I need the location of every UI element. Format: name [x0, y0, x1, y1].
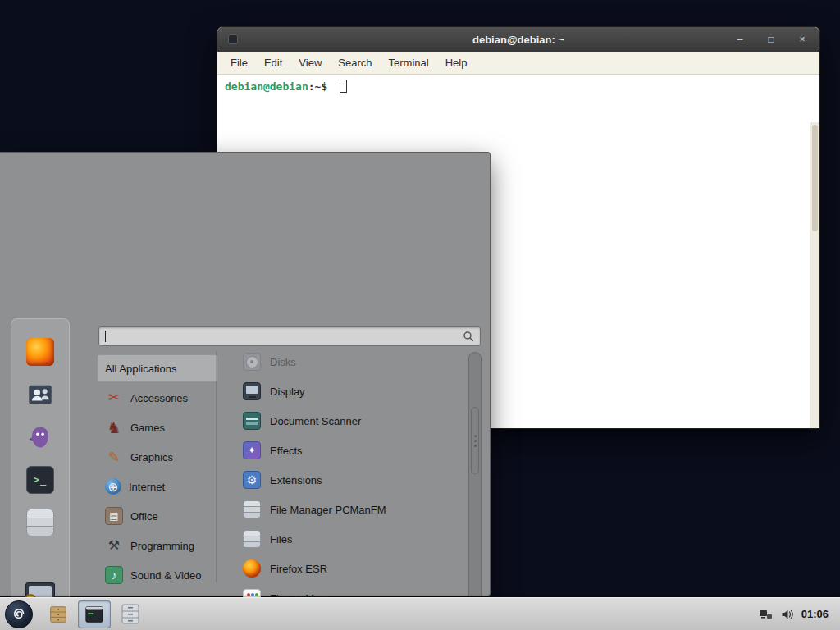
app-label: File Manager PCManFM	[270, 504, 386, 516]
column-divider	[216, 351, 217, 582]
firefox-icon	[243, 559, 261, 578]
category-sound-video[interactable]: ♪Sound & Video	[97, 561, 218, 589]
sound-video-icon: ♪	[105, 566, 123, 584]
app-item-display[interactable]: Display	[218, 377, 468, 406]
app-label: Document Scanner	[270, 415, 361, 427]
taskbar-launcher-terminal[interactable]	[78, 600, 111, 628]
terminal-menu-file[interactable]: File	[222, 54, 256, 71]
office-icon: ▤	[105, 507, 123, 525]
prompt-user-host: debian@debian	[225, 80, 308, 93]
category-internet[interactable]: ⊕Internet	[97, 472, 218, 500]
firefox-icon	[26, 338, 54, 366]
clock[interactable]: 01:06	[801, 608, 829, 620]
display-icon	[243, 382, 261, 400]
terminal-title: debian@debian: ~	[217, 34, 819, 46]
internet-icon: ⊕	[105, 478, 121, 495]
terminal-menubar: FileEditViewSearchTerminalHelp	[217, 52, 819, 75]
drawer-icon	[49, 605, 67, 623]
category-accessories[interactable]: ✂Accessories	[97, 384, 218, 412]
terminal-menu-search[interactable]: Search	[330, 54, 380, 71]
app-label: Extensions	[270, 474, 322, 486]
category-label: Accessories	[130, 392, 188, 404]
close-button[interactable]: ×	[797, 34, 808, 44]
taskbar-launcher-files[interactable]	[114, 600, 147, 628]
terminal-menu-view[interactable]: View	[290, 54, 330, 71]
file-manager-icon	[26, 509, 54, 536]
app-label: Display	[270, 386, 305, 398]
category-label: Graphics	[130, 451, 173, 463]
graphics-icon: ✎	[105, 448, 123, 466]
debian-swirl-icon	[10, 605, 28, 623]
favorite-firefox[interactable]	[15, 332, 66, 372]
extensions-icon: ⚙	[243, 471, 261, 489]
disks-icon	[243, 353, 261, 371]
system-tray: 01:06	[759, 608, 835, 621]
search-input[interactable]	[107, 331, 463, 343]
favorite-terminal[interactable]: >_	[15, 460, 66, 500]
users-icon	[26, 381, 54, 409]
maximize-button[interactable]: □	[765, 34, 777, 44]
application-list: DisksDisplayDocument Scanner✦Effects⚙Ext…	[218, 347, 468, 630]
search-caret	[105, 331, 106, 342]
category-all-applications[interactable]: All Applications	[97, 354, 218, 382]
file-manager-pcmanfm-icon	[243, 500, 261, 518]
pidgin-icon	[26, 423, 54, 451]
terminal-cursor	[340, 80, 347, 93]
minimize-button[interactable]: –	[734, 34, 746, 44]
programming-icon: ⚒	[105, 536, 123, 555]
files-launcher-icon	[121, 605, 139, 623]
files-icon	[243, 530, 261, 548]
app-item-firefox-esr[interactable]: Firefox ESR	[218, 554, 468, 583]
terminal-launcher-icon	[85, 605, 103, 623]
terminal-scrollbar[interactable]	[810, 122, 819, 428]
app-list-scrollbar-thumb[interactable]	[471, 407, 479, 474]
app-item-file-manager-pcmanfm[interactable]: File Manager PCManFM	[218, 495, 468, 524]
app-item-disks[interactable]: Disks	[218, 347, 468, 377]
effects-icon: ✦	[243, 441, 261, 459]
window-controls: –□×	[734, 27, 808, 52]
category-label: Internet	[129, 481, 165, 493]
terminal-menu-edit[interactable]: Edit	[256, 54, 290, 71]
favorites-list: >_	[11, 319, 69, 542]
category-label: Sound & Video	[130, 569, 202, 582]
terminal-icon: >_	[26, 466, 54, 494]
menu-search-box[interactable]	[98, 326, 481, 346]
favorite-messenger[interactable]	[15, 418, 66, 457]
category-graphics[interactable]: ✎Graphics	[97, 443, 218, 471]
accessories-icon: ✂	[105, 389, 123, 407]
document-scanner-icon	[243, 412, 261, 430]
category-label: Programming	[130, 540, 194, 552]
category-label: Games	[130, 422, 165, 434]
app-list-scrollbar[interactable]	[468, 352, 482, 630]
terminal-menu-help[interactable]: Help	[437, 54, 476, 71]
tray-icons	[759, 608, 794, 621]
app-item-files[interactable]: Files	[218, 524, 468, 554]
category-label: All Applications	[105, 363, 176, 375]
favorite-file-manager[interactable]	[15, 503, 66, 542]
app-label: Effects	[270, 445, 303, 457]
terminal-scrollbar-thumb[interactable]	[812, 125, 818, 231]
category-label: Office	[130, 510, 158, 523]
application-menu: >_ → All Applications✂Accessories♞Games✎…	[0, 152, 491, 596]
search-icon	[463, 331, 474, 342]
app-item-document-scanner[interactable]: Document Scanner	[218, 406, 468, 436]
app-item-extensions[interactable]: ⚙Extensions	[218, 465, 468, 495]
app-item-effects[interactable]: ✦Effects	[218, 436, 468, 465]
network-icon[interactable]	[759, 608, 773, 621]
category-office[interactable]: ▤Office	[97, 502, 218, 530]
taskbar-launcher-file-manager[interactable]	[42, 600, 75, 628]
prompt-path: :~$	[308, 80, 334, 93]
favorite-user-accounts[interactable]	[15, 375, 66, 414]
terminal-titlebar[interactable]: debian@debian: ~ –□×	[217, 27, 819, 52]
category-games[interactable]: ♞Games	[97, 413, 218, 441]
volume-icon[interactable]	[780, 608, 794, 621]
category-programming[interactable]: ⚒Programming	[97, 532, 218, 559]
app-label: Firefox ESR	[270, 563, 327, 575]
category-list: All Applications✂Accessories♞Games✎Graph…	[97, 354, 218, 630]
terminal-menu-terminal[interactable]: Terminal	[381, 54, 437, 71]
menu-button[interactable]	[5, 600, 33, 628]
games-icon: ♞	[105, 418, 123, 436]
favorites-panel: >_ →	[11, 318, 70, 630]
taskbar-launchers	[42, 600, 147, 628]
taskbar: 01:06	[0, 597, 840, 630]
